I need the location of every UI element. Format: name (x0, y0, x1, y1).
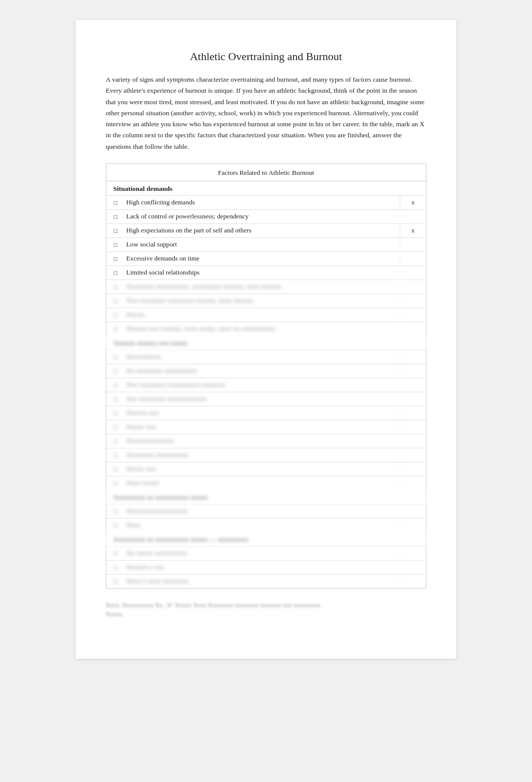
row-label: Xxxxxxxxxxxxxxxxxx (124, 504, 400, 517)
row-bullet: ◻ (106, 324, 124, 334)
row-x-cell (400, 551, 426, 556)
table-row: ◻Limited social relationships (106, 266, 426, 280)
row-x-cell (400, 214, 426, 219)
row-bullet: ◻ (106, 380, 124, 390)
section-header-2: Xxxxxxxxx xx xxxxxxxxxx xxxxx (106, 490, 426, 504)
table-row: ◻Xxx xxxxxxxx xxxxxxxx xxxxxx, xxxx xxxx… (106, 294, 426, 308)
row-x-cell (400, 242, 426, 247)
row-bullet: ◻ (106, 562, 124, 573)
row-x-cell (400, 298, 426, 303)
table-row: ◻Xx xxxxxxxx xxxxxxxxxx (106, 364, 426, 378)
row-x-cell (400, 466, 426, 471)
row-bullet: ◻ (106, 548, 124, 559)
row-x-cell (400, 579, 426, 584)
row-label: Xxxxxx xxx xxxxxx, xxxx xxxxx, xxxx xx x… (124, 322, 400, 335)
row-x-cell (400, 270, 426, 275)
section-header-3: Xxxxxxxxx xx xxxxxxxxxx xxxxx — xxxxxxxx… (106, 532, 426, 546)
row-bullet: ◻ (106, 197, 124, 208)
row-bullet: ◻ (106, 408, 124, 418)
row-label: Xxxx (124, 518, 400, 532)
table-row: ◻Xxx xxxxxxxx xxxxxxxxxx xxxxxxx (106, 378, 426, 392)
table-row: ◻Low social support (106, 237, 426, 251)
table-row: ◻Xxxxxxxx xxxxxxxxxx, xxxxxxxxx xxxxxx, … (106, 280, 426, 294)
table-row: ◻Lack of control or powerlessness; depen… (106, 209, 426, 223)
table-row: ◻High expectations on the part of self a… (106, 223, 426, 237)
burnout-table: Factors Related to Athletic Burnout Situ… (106, 163, 426, 589)
row-label: Low social support (124, 238, 400, 251)
section-header-1: Xxxxxx xxxxxx xxx xxxxx (106, 336, 426, 350)
row-label: Xxxxx xxx (124, 420, 400, 433)
row-x-cell (400, 312, 426, 317)
row-x-cell: x (400, 196, 426, 209)
row-label: Xxxxxxxxxx (124, 350, 400, 363)
table-row: ◻Xxxxxxxxxx (106, 350, 426, 364)
table-row: ◻Xxxx (106, 518, 426, 532)
row-x-cell (400, 410, 426, 415)
row-x-cell (400, 565, 426, 570)
row-label: Xxxxxxxx xxxxxxxxxx (124, 448, 400, 461)
row-bullet: ◻ (106, 366, 124, 376)
row-x-cell (400, 508, 426, 513)
row-x-cell (400, 452, 426, 457)
row-label: Xxxx xxxxx (124, 476, 400, 489)
footer-text: Xxxx. Xxxxxxxxxx Xx., X° Xxxxx Xxxx Xxxx… (106, 601, 426, 619)
row-bullet: ◻ (106, 211, 124, 222)
row-label: Excessive demands on time (124, 252, 400, 265)
table-row: ◻High conflicting demandsx (106, 195, 426, 209)
row-label: Xxx xxxxxxxx xxxxxxxxxx xxxxxxx (124, 378, 400, 391)
row-bullet: ◻ (106, 282, 124, 292)
row-bullet: ◻ (106, 506, 124, 516)
row-x-cell (400, 256, 426, 261)
row-bullet: ◻ (106, 394, 124, 404)
row-label: Xxx xxxxxxxx xxxxxxxxxxxx (124, 392, 400, 405)
row-bullet: ◻ (106, 352, 124, 362)
row-bullet: ◻ (106, 520, 124, 531)
row-bullet: ◻ (106, 576, 124, 587)
row-x-cell (400, 438, 426, 443)
table-row: ◻Xxxxxxxx xxxxxxxxxx (106, 448, 426, 462)
row-label: Xxxxx xxx (124, 462, 400, 475)
row-bullet: ◻ (106, 296, 124, 306)
row-label: Xxx xxxxxxxx xxxxxxxx xxxxxx, xxxx xxxxx… (124, 294, 400, 307)
row-x-cell: x (400, 224, 426, 237)
table-row: ◻Xxx xxxxxxxx xxxxxxxxxxxx (106, 392, 426, 406)
section-header-0: Situational demands (106, 181, 426, 195)
row-label: Limited social relationships (124, 266, 400, 279)
row-x-cell (400, 368, 426, 373)
row-x-cell (400, 480, 426, 485)
row-x-cell (400, 424, 426, 429)
row-bullet: ◻ (106, 422, 124, 432)
row-label: Lack of control or powerlessness; depend… (124, 210, 400, 223)
table-row: ◻Xxxxxxxxxxxxxxxxxx (106, 504, 426, 518)
row-label: Xx xxxxxxxx xxxxxxxxxx (124, 364, 400, 377)
row-bullet: ◻ (106, 478, 124, 488)
row-bullet: ◻ (106, 310, 124, 320)
table-row: ◻Xxxxxx xxx (106, 406, 426, 420)
row-bullet: ◻ (106, 253, 124, 264)
row-label: High expectations on the part of self an… (124, 224, 400, 237)
table-row: ◻Xx xxxxx xxxxxxxxxx (106, 546, 426, 560)
row-label: Xx xxxxx xxxxxxxxxx (124, 547, 400, 560)
row-x-cell (400, 523, 426, 528)
table-row: ◻Xxxxx xxx (106, 462, 426, 476)
row-x-cell (400, 382, 426, 387)
row-bullet: ◻ (106, 239, 124, 250)
row-x-cell (400, 354, 426, 359)
table-row: ◻Xxxxx xxx (106, 420, 426, 434)
row-bullet: ◻ (106, 268, 124, 278)
row-bullet: ◻ (106, 436, 124, 446)
row-label: Xxxxxx x xxx (124, 561, 400, 574)
row-x-cell (400, 284, 426, 289)
table-row: ◻Xxxxxx x xxx (106, 560, 426, 574)
table-row: ◻Xxxx xxxxx (106, 476, 426, 490)
row-label: High conflicting demands (124, 196, 400, 209)
table-row: ◻Xxxxxx xxx xxxxxx, xxxx xxxxx, xxxx xx … (106, 322, 426, 336)
page-title: Athletic Overtraining and Burnout (106, 50, 426, 63)
table-row: ◻Xxxxxxxxxxxxxx (106, 434, 426, 448)
row-label: Xxxxx. (124, 308, 400, 321)
intro-paragraph: A variety of signs and symptoms characte… (106, 74, 426, 152)
table-row: ◻Xxxxx. (106, 308, 426, 322)
row-label: Xxxxxxxxxxxxxx (124, 434, 400, 447)
table-row: ◻Excessive demands on time (106, 251, 426, 266)
row-bullet: ◻ (106, 450, 124, 460)
